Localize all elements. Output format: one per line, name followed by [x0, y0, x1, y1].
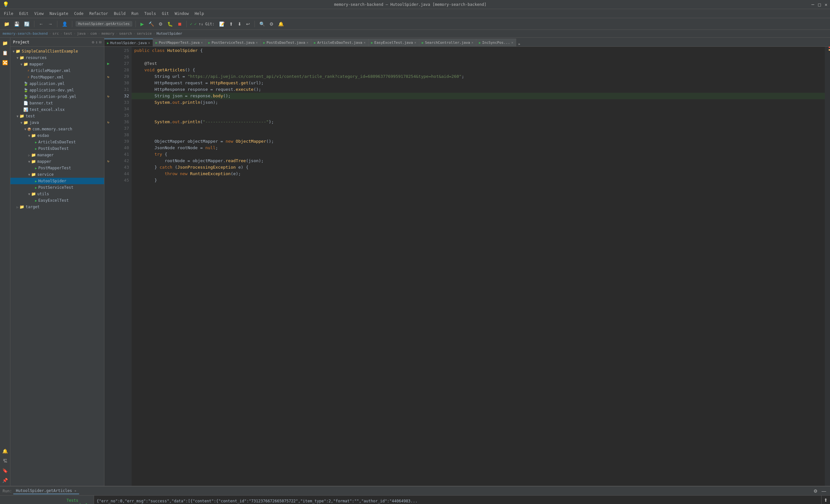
tree-item-mapper2[interactable]: ▼ 📁 mapper — [10, 158, 104, 165]
bc-test[interactable]: test — [64, 31, 72, 36]
sidebar-icon-structure[interactable]: 🏗 — [1, 456, 9, 465]
tab-close-incsync[interactable]: × — [511, 41, 513, 44]
tab-articleesdao[interactable]: ▶ ArticleEsDaoTest.java × — [311, 39, 368, 46]
tree-item-java[interactable]: ▼ 📁 java — [10, 119, 104, 126]
toolbar-open[interactable]: 📁 — [3, 21, 11, 27]
run-panel-settings[interactable]: ⚙ — [812, 488, 819, 494]
stop-button[interactable]: ⏹ — [176, 21, 183, 27]
run-tab-hutoolspider[interactable]: HutoolSpider.getArticles × — [13, 488, 79, 494]
sidebar-icon-project[interactable]: 📁 — [1, 39, 9, 48]
tree-item-postmappertest[interactable]: ▶ PostMapperTest — [10, 165, 104, 171]
bc-java[interactable]: java — [77, 31, 86, 36]
tab-close-easyexcel[interactable]: × — [414, 41, 416, 44]
menu-help[interactable]: Help — [192, 11, 206, 17]
tab-hutoolspider[interactable]: ▶ HutoolSpider.java × — [104, 39, 153, 46]
tab-close-postservice[interactable]: × — [256, 41, 258, 44]
toolbar-back[interactable]: ← — [38, 21, 45, 27]
bc-src[interactable]: src — [53, 31, 59, 36]
close-button[interactable]: ✕ — [825, 2, 827, 7]
run-tab-close[interactable]: × — [74, 489, 76, 493]
tree-item-package[interactable]: ▼ 📦 com.memory.search — [10, 126, 104, 132]
tree-item-postesdao[interactable]: ▶ PostEsDaoTest — [10, 145, 104, 152]
tab-postmappertest[interactable]: ▶ PostMapperTest.java × — [153, 39, 206, 46]
tree-item-banner[interactable]: 📄 banner.txt — [10, 100, 104, 106]
toolbar-forward[interactable]: → — [47, 21, 54, 27]
tree-item-appyml[interactable]: 🍃 application.yml — [10, 81, 104, 87]
menu-code[interactable]: Code — [72, 11, 86, 17]
bc-memory[interactable]: memory — [101, 31, 115, 36]
tree-item-postmapper-xml[interactable]: ⚡ PostMapper.xml — [10, 74, 104, 81]
tab-close-postmapper[interactable]: × — [201, 41, 203, 44]
tree-item-utils[interactable]: ▼ 📁 utils — [10, 191, 104, 197]
tab-easyexcel[interactable]: ▶ EasyExcelTest.java × — [369, 39, 419, 46]
menu-view[interactable]: View — [32, 11, 46, 17]
minimize-button[interactable]: ─ — [811, 2, 814, 7]
tab-overflow-menu[interactable]: ▸ — [516, 41, 523, 46]
tab-postservicetest[interactable]: ▶ PostServiceTest.java × — [206, 39, 261, 46]
project-sort[interactable]: ↕ — [96, 40, 98, 44]
menu-navigate[interactable]: Navigate — [47, 11, 71, 17]
tab-close-hutoolspider[interactable]: × — [148, 41, 150, 45]
menu-tools[interactable]: Tools — [142, 11, 159, 17]
menu-edit[interactable]: Edit — [17, 11, 31, 17]
tree-item-resources[interactable]: ▼ 📁 resources — [10, 55, 104, 61]
maximize-button[interactable]: □ — [818, 2, 821, 7]
sidebar-icon-pin[interactable]: 📌 — [1, 476, 9, 484]
tree-item-manager[interactable]: ▷ 📁 manager — [10, 152, 104, 158]
tree-item-esdao[interactable]: ▼ 📁 esdao — [10, 132, 104, 139]
tab-searchcontroller[interactable]: ▶ SearchController.java × — [419, 39, 476, 46]
tree-item-articlemapper[interactable]: ⚡ ArticleMapper.xml — [10, 67, 104, 74]
run-output[interactable]: {"err_no":0,"err_msg":"success","data":[… — [94, 496, 821, 504]
tree-item-easyexcel[interactable]: ▶ EasyExcelTest — [10, 197, 104, 204]
git-pull[interactable]: ⬇ — [236, 21, 243, 27]
git-commit[interactable]: 📝 — [218, 21, 226, 27]
menu-window[interactable]: Window — [172, 11, 191, 17]
tab-incsyncspos[interactable]: ▶ IncSyncPos... × — [476, 39, 516, 46]
menu-build[interactable]: Build — [111, 11, 128, 17]
sidebar-icon-notifications[interactable]: 🔔 — [1, 447, 9, 455]
settings[interactable]: ⚙ — [268, 21, 275, 27]
tree-item-hutoolspider[interactable]: ▶ HutoolSpider — [10, 178, 104, 184]
search-everywhere[interactable]: 🔍 — [258, 21, 266, 27]
sidebar-icon-pullrequest[interactable]: 🔀 — [1, 58, 9, 67]
project-gear[interactable]: ⚙ — [92, 40, 94, 44]
bc-project[interactable]: memory-search-backend — [3, 31, 47, 36]
menu-file[interactable]: File — [1, 11, 16, 17]
tree-item-postservicetest[interactable]: ▶ PostServiceTest — [10, 184, 104, 191]
branch-selector[interactable]: HutoolSpider.getArticles — [75, 21, 132, 27]
run-button[interactable]: ▶ — [139, 21, 145, 27]
git-revert[interactable]: ↩ — [245, 21, 251, 27]
tab-postesdaotest[interactable]: ▶ PostEsDaoTest.java × — [261, 39, 311, 46]
menu-git[interactable]: Git — [159, 11, 171, 17]
tree-item-articleesdao[interactable]: ▶ ArticleEsDaoTest — [10, 139, 104, 145]
tree-item-excel[interactable]: 📊 test_excel.xlsx — [10, 106, 104, 113]
toolbar-user[interactable]: 👤 — [61, 21, 69, 27]
project-collapse[interactable]: ⊟ — [99, 40, 101, 44]
sidebar-icon-bookmarks[interactable]: 🔖 — [1, 466, 9, 475]
tree-item-service[interactable]: ▼ 📁 service — [10, 171, 104, 178]
build-button[interactable]: 🔨 — [147, 21, 155, 27]
tab-close-article[interactable]: × — [363, 41, 365, 44]
run-panel-minimize[interactable]: — — [820, 488, 827, 494]
run-scroll-top[interactable]: ⬆ — [823, 497, 829, 503]
bc-com[interactable]: com — [90, 31, 97, 36]
sidebar-icon-commit[interactable]: 📋 — [1, 49, 9, 57]
more-run[interactable]: ⚙ — [157, 21, 164, 27]
tree-item-root[interactable]: ▼ 📁 SimpleCanalClientExample — [10, 48, 104, 55]
notifications[interactable]: 🔔 — [277, 21, 285, 27]
debug-button[interactable]: 🐛 — [166, 21, 174, 27]
tree-item-appdev[interactable]: 🍃 application-dev.yml — [10, 87, 104, 93]
toolbar-save[interactable]: 💾 — [13, 21, 21, 27]
tree-item-test[interactable]: ▼ 📁 test — [10, 113, 104, 119]
bc-service[interactable]: service — [137, 31, 152, 36]
menu-refactor[interactable]: Refactor — [87, 11, 110, 17]
tree-item-mapper1[interactable]: ▼ 📁 mapper — [10, 61, 104, 67]
gutter-27-run[interactable]: ▶ — [104, 60, 112, 67]
tab-close-search[interactable]: × — [471, 41, 473, 44]
menu-run[interactable]: Run — [129, 11, 141, 17]
tree-item-target[interactable]: ▷ 📁 target — [10, 204, 104, 210]
tab-close-postesdao[interactable]: × — [307, 41, 308, 44]
tree-item-appprod[interactable]: 🍃 application-prod.yml — [10, 93, 104, 100]
bc-search[interactable]: search — [119, 31, 132, 36]
code-editor-content[interactable]: public class HutoolSpider { @Test void g… — [132, 47, 825, 486]
